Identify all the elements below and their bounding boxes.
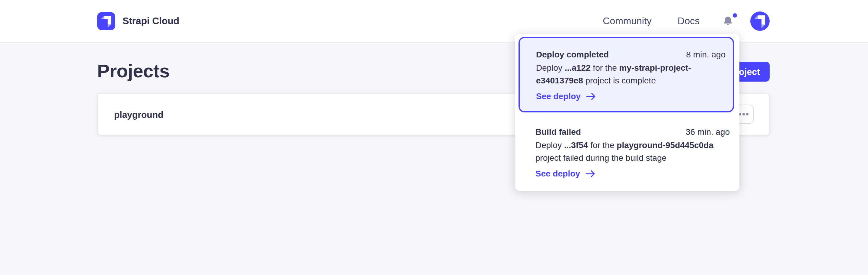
notification-message: Deploy ...a122 for the my-strapi-project… — [536, 62, 725, 87]
notification-time: 8 min. ago — [686, 48, 725, 61]
nav-link-community[interactable]: Community — [603, 16, 652, 27]
notification-title: Deploy completed — [536, 48, 609, 61]
notifications-dropdown: Deploy completed 8 min. ago Deploy ...a1… — [515, 34, 739, 191]
arrow-right-icon — [586, 170, 595, 178]
notification-title-row: Build failed 36 min. ago — [535, 125, 730, 138]
project-name: playground — [114, 109, 163, 119]
brand-name: Strapi Cloud — [123, 16, 179, 27]
notification-item-deploy-completed[interactable]: Deploy completed 8 min. ago Deploy ...a1… — [519, 37, 734, 112]
see-deploy-link[interactable]: See deploy — [535, 167, 730, 180]
strapi-avatar-icon — [750, 11, 770, 33]
see-deploy-link[interactable]: See deploy — [536, 90, 725, 103]
notifications-bell-button[interactable] — [722, 15, 734, 27]
message-text: Deploy — [535, 140, 564, 150]
app-root: Strapi Cloud Community Docs — [0, 0, 868, 275]
notification-time: 36 min. ago — [686, 125, 730, 138]
arrow-right-icon — [586, 92, 596, 100]
see-deploy-label: See deploy — [536, 90, 581, 103]
see-deploy-label: See deploy — [535, 167, 580, 180]
bell-icon — [722, 15, 734, 27]
message-text: project is complete — [583, 76, 656, 85]
notification-title-row: Deploy completed 8 min. ago — [536, 48, 725, 61]
message-text: for the — [591, 63, 619, 73]
top-nav: Community Docs — [603, 11, 770, 31]
page-title: Projects — [97, 60, 169, 82]
message-text: Deploy — [536, 63, 565, 73]
notification-dot — [733, 13, 737, 18]
notification-message: Deploy ...3f54 for the playground-95d445… — [535, 139, 730, 164]
strapi-logo-icon — [97, 12, 115, 30]
message-highlight: playground-95d445c0da — [617, 140, 713, 150]
brand-link[interactable]: Strapi Cloud — [97, 12, 179, 30]
notification-title: Build failed — [535, 125, 581, 138]
more-icon — [739, 113, 748, 115]
nav-link-docs[interactable]: Docs — [678, 16, 700, 27]
message-highlight: ...3f54 — [564, 140, 588, 150]
message-highlight: ...a122 — [565, 63, 591, 73]
message-text: project failed during the build stage — [535, 153, 666, 163]
user-avatar-button[interactable] — [750, 11, 770, 31]
notification-item-build-failed[interactable]: Build failed 36 min. ago Deploy ...3f54 … — [515, 112, 739, 190]
message-text: for the — [588, 140, 617, 150]
